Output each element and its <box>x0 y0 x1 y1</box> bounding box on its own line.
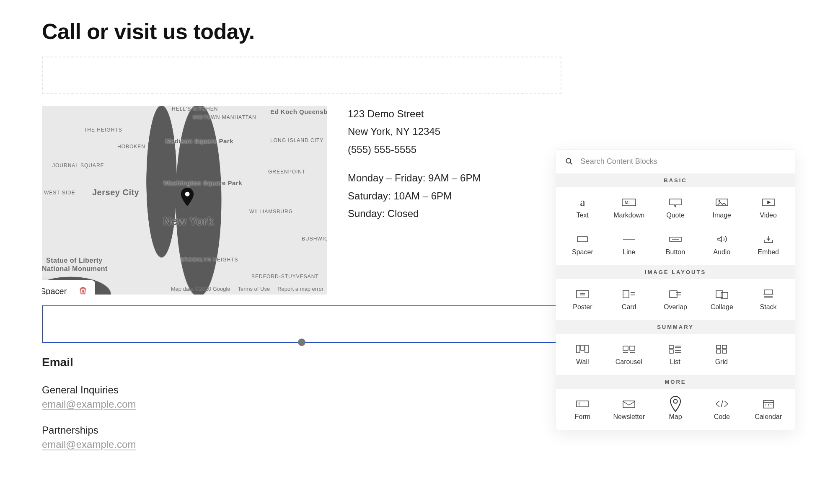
block-list[interactable]: List <box>652 340 698 372</box>
search-input[interactable] <box>581 157 786 166</box>
resize-handle[interactable] <box>298 339 305 346</box>
block-code[interactable]: Code <box>698 395 745 427</box>
svg-rect-12 <box>670 291 677 297</box>
map-block[interactable]: New York Jersey City HOBOKEN THE HEIGHTS… <box>42 106 327 295</box>
block-image[interactable]: Image <box>698 193 745 226</box>
block-markdown-label: Markdown <box>613 212 644 219</box>
email-heading: Email <box>42 356 561 369</box>
map-label-heights: THE HEIGHTS <box>84 127 122 133</box>
block-newsletter[interactable]: Newsletter <box>606 395 652 427</box>
two-column-row: New York Jersey City HOBOKEN THE HEIGHTS… <box>42 106 561 295</box>
wall-icon <box>575 344 590 354</box>
map-label-hoboken: HOBOKEN <box>117 144 145 150</box>
page-title[interactable]: Call or visit us today. <box>42 19 561 44</box>
block-collage-label: Collage <box>711 303 733 311</box>
block-video[interactable]: Video <box>745 193 791 226</box>
map-label-midtown: MIDTOWN MANHATTAN <box>193 114 256 120</box>
block-image-label: Image <box>713 212 731 219</box>
block-card-label: Card <box>622 303 636 311</box>
general-email-link[interactable]: email@example.com <box>42 398 136 410</box>
svg-rect-16 <box>577 345 580 353</box>
phone-line: (555) 555-5555 <box>348 142 481 158</box>
more-blocks-grid: Form Newsletter Map Code Calendar <box>556 389 795 430</box>
block-calendar-label: Calendar <box>755 413 782 421</box>
svg-rect-21 <box>669 345 673 349</box>
block-embed[interactable]: Embed <box>745 230 791 263</box>
svg-rect-10 <box>577 290 588 298</box>
map-label-journal: JOURNAL SQUARE <box>52 163 104 168</box>
block-map[interactable]: Map <box>652 395 699 427</box>
map-terms-link[interactable]: Terms of Use <box>238 286 270 292</box>
block-wall[interactable]: Wall <box>559 340 606 372</box>
svg-rect-23 <box>716 345 721 349</box>
block-stack[interactable]: Stack <box>745 285 791 318</box>
general-inquiries-group: General Inquiries email@example.com <box>42 384 561 410</box>
block-spacer-label: Spacer <box>572 248 593 256</box>
form-icon <box>575 399 590 409</box>
selected-spacer-block[interactable] <box>42 305 561 343</box>
email-section[interactable]: Email General Inquiries email@example.co… <box>42 356 561 450</box>
block-card[interactable]: Card <box>606 285 652 318</box>
general-label: General Inquiries <box>42 384 561 396</box>
block-quote[interactable]: Quote <box>652 193 699 226</box>
block-text-label: Text <box>577 212 589 219</box>
content-blocks-panel: BASIC a Text M↓ Markdown Quote Image Vid… <box>556 149 795 430</box>
svg-rect-24 <box>722 345 727 349</box>
quote-icon <box>668 197 683 207</box>
block-line[interactable]: Line <box>606 230 652 263</box>
empty-block-placeholder[interactable] <box>42 57 561 94</box>
block-poster-label: Poster <box>573 303 592 311</box>
block-form[interactable]: Form <box>559 395 606 427</box>
block-audio-label: Audio <box>713 248 730 256</box>
block-type-chip[interactable]: Spacer <box>42 280 95 295</box>
svg-rect-13 <box>716 291 723 297</box>
card-icon <box>621 289 636 299</box>
section-header-summary: SUMMARY <box>556 320 795 334</box>
svg-point-1 <box>566 158 571 163</box>
block-calendar[interactable]: Calendar <box>745 395 791 427</box>
block-video-label: Video <box>760 212 777 219</box>
svg-rect-20 <box>630 346 635 350</box>
embed-icon <box>761 234 776 244</box>
partnerships-label: Partnerships <box>42 424 561 436</box>
block-markdown[interactable]: M↓ Markdown <box>606 193 652 226</box>
map-label-wash: Washington Square Park <box>163 179 242 186</box>
block-poster[interactable]: Poster <box>559 285 606 318</box>
section-header-imagelayouts: IMAGE LAYOUTS <box>556 265 795 279</box>
video-icon <box>761 197 776 207</box>
carousel-icon <box>621 344 636 354</box>
map-label-madison: Madison Square Park <box>166 137 233 145</box>
map-label-williamsburg: WILLIAMSBURG <box>249 209 293 215</box>
map-report-link[interactable]: Report a map error <box>277 286 323 292</box>
section-header-basic: BASIC <box>556 173 795 187</box>
block-text[interactable]: a Text <box>559 193 606 226</box>
block-carousel[interactable]: Carousel <box>606 340 652 372</box>
spacer-icon <box>575 234 590 244</box>
partnerships-email-link[interactable]: email@example.com <box>42 439 136 450</box>
text-icon: a <box>575 197 590 207</box>
block-embed-label: Embed <box>758 248 779 256</box>
trash-icon[interactable] <box>78 286 88 295</box>
block-form-label: Form <box>575 413 590 421</box>
block-spacer[interactable]: Spacer <box>559 230 606 263</box>
map-label-bkheights: BROOKLYN HEIGHTS <box>180 257 238 263</box>
block-audio[interactable]: Audio <box>698 230 745 263</box>
map-label-greenpoint: GREENPOINT <box>268 169 305 175</box>
contact-info-block[interactable]: 123 Demo Street New York, NY 12345 (555)… <box>348 106 481 295</box>
block-button[interactable]: Button <box>652 230 699 263</box>
map-label-statue2: National Monument <box>42 265 108 273</box>
address-line1: 123 Demo Street <box>348 106 481 122</box>
svg-point-29 <box>673 400 677 403</box>
svg-point-0 <box>185 192 190 196</box>
button-icon <box>668 234 683 244</box>
block-stack-label: Stack <box>760 303 777 311</box>
hours-line1: Monday – Friday: 9AM – 6PM <box>348 170 481 186</box>
map-label-lic: LONG ISLAND CITY <box>270 137 323 143</box>
imagelayouts-blocks-grid: Poster Card Overlap Collage Stack <box>556 279 795 320</box>
block-overlap[interactable]: Overlap <box>652 285 699 318</box>
block-list-label: List <box>670 358 680 366</box>
block-collage[interactable]: Collage <box>698 285 745 318</box>
block-quote-label: Quote <box>666 212 685 219</box>
map-pin-icon <box>180 188 194 202</box>
block-grid[interactable]: Grid <box>698 340 745 372</box>
